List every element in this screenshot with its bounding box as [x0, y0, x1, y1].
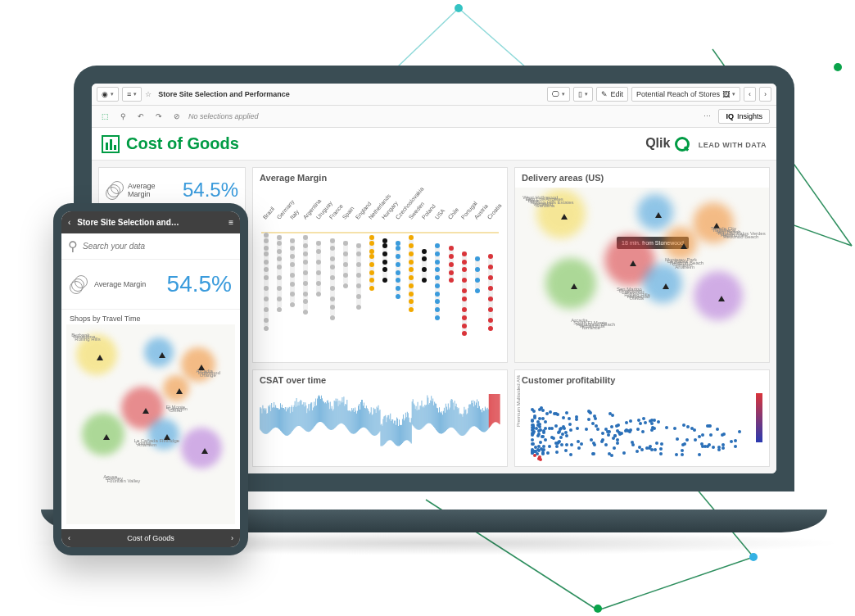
clear-selections-icon[interactable]: ⊘: [170, 110, 183, 123]
phone-sheet-title: Cost of Goods: [127, 534, 174, 542]
phone-map-title: Shops by Travel Time: [61, 310, 240, 324]
brand-logo: Qlik LEAD WITH DATA: [645, 136, 767, 152]
phone-app-title: Store Site Selection and…: [77, 218, 222, 227]
delivery-areas-card[interactable]: Delivery areas (US) 18 min. from Stonewo…: [514, 167, 770, 363]
selections-tool-icon[interactable]: ⬚: [98, 110, 111, 123]
card-title: Customer profitability: [515, 370, 769, 390]
monitor-icon: 🖵: [552, 90, 559, 98]
step-forward-icon[interactable]: ↷: [152, 110, 165, 123]
bar-chart-icon: [102, 135, 120, 153]
coins-icon: [106, 181, 123, 199]
svg-line-5: [598, 557, 753, 610]
prev-sheet-button[interactable]: ‹: [744, 87, 756, 102]
kpi-value: 54.5%: [167, 271, 232, 297]
card-title: Average Margin: [253, 168, 507, 188]
next-sheet-button[interactable]: ›: [759, 87, 771, 102]
search-icon: ⚲: [68, 238, 78, 254]
y-axis-label: Premium Multisided A%: [516, 374, 521, 426]
phone-mockup: ‹ Store Site Selection and… ≡ ⚲ Average …: [53, 203, 248, 555]
phone-prev-icon[interactable]: ‹: [68, 534, 70, 542]
kpi-label: Average Margin: [128, 182, 178, 198]
average-margin-card[interactable]: Average Margin BrazilGermanyItalyArgenti…: [252, 167, 508, 363]
csat-card[interactable]: CSAT over time: [252, 369, 508, 467]
list-menu-button[interactable]: ≡▾: [122, 87, 142, 102]
mobile-device-button[interactable]: ▯▾: [573, 87, 593, 102]
compass-icon: ◉: [102, 90, 108, 98]
insights-button[interactable]: IQ Insights: [718, 109, 770, 124]
mobile-icon: ▯: [578, 90, 582, 98]
card-title: Delivery areas (US): [515, 168, 769, 188]
smart-search-icon[interactable]: ⚲: [116, 110, 129, 123]
svg-rect-307: [756, 393, 762, 442]
desktop-device-button[interactable]: 🖵▾: [547, 87, 570, 102]
phone-search-input[interactable]: [83, 242, 233, 251]
phone-map[interactable]: BurbankLa Cañada FlintridgeArcadiaAzusaE…: [66, 324, 235, 524]
kpi-value: 54.5%: [183, 179, 238, 202]
nav-menu-button[interactable]: ◉▾: [97, 87, 119, 102]
step-back-icon[interactable]: ↶: [134, 110, 147, 123]
options-icon[interactable]: ⋯: [700, 110, 713, 123]
kpi-label: Average Margin: [94, 280, 146, 288]
story-selector[interactable]: Potential Reach of Stores 🖼▾: [631, 87, 740, 102]
card-title: CSAT over time: [253, 370, 507, 390]
profitability-card[interactable]: Customer profitability Premium Multiside…: [514, 369, 770, 467]
page-title: Cost of Goods: [126, 134, 239, 153]
bookmark-icon: ☆: [145, 90, 152, 98]
coins-icon: [70, 275, 88, 293]
list-icon: ≡: [127, 90, 131, 98]
app-title: Store Site Selection and Performance: [155, 90, 293, 98]
pencil-icon: ✎: [601, 90, 608, 98]
back-icon[interactable]: ‹: [68, 218, 70, 227]
hamburger-icon[interactable]: ≡: [228, 218, 233, 227]
selections-status: No selections applied: [188, 112, 695, 120]
story-icon: 🖼: [722, 90, 730, 98]
phone-next-icon[interactable]: ›: [231, 534, 233, 542]
edit-button[interactable]: ✎Edit: [596, 87, 628, 102]
